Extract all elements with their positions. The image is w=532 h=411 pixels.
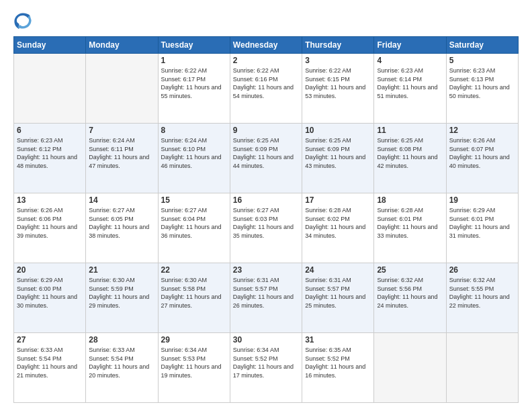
calendar-cell: 13Sunrise: 6:26 AMSunset: 6:06 PMDayligh…: [14, 193, 86, 263]
day-info: Sunrise: 6:30 AMSunset: 5:58 PMDaylight:…: [161, 276, 227, 310]
day-number: 10: [305, 126, 371, 135]
day-number: 29: [161, 335, 227, 345]
day-info: Sunrise: 6:26 AMSunset: 6:07 PMDaylight:…: [449, 136, 515, 170]
calendar-cell: 9Sunrise: 6:25 AMSunset: 6:09 PMDaylight…: [230, 124, 302, 193]
day-info: Sunrise: 6:25 AMSunset: 6:08 PMDaylight:…: [377, 136, 443, 170]
day-number: 26: [449, 265, 515, 275]
day-info: Sunrise: 6:35 AMSunset: 5:52 PMDaylight:…: [305, 346, 371, 379]
calendar-cell: 12Sunrise: 6:26 AMSunset: 6:07 PMDayligh…: [446, 124, 518, 193]
day-number: 9: [233, 126, 299, 135]
header: [13, 11, 519, 30]
day-number: 12: [449, 126, 515, 135]
day-number: 7: [89, 126, 154, 135]
weekday-header: Monday: [86, 37, 158, 54]
calendar-cell: 11Sunrise: 6:25 AMSunset: 6:08 PMDayligh…: [374, 124, 446, 193]
day-number: 13: [17, 195, 83, 205]
day-info: Sunrise: 6:28 AMSunset: 6:01 PMDaylight:…: [377, 206, 443, 240]
day-info: Sunrise: 6:26 AMSunset: 6:06 PMDaylight:…: [17, 206, 83, 240]
day-number: 25: [377, 265, 443, 275]
calendar-cell: 19Sunrise: 6:29 AMSunset: 6:01 PMDayligh…: [446, 193, 518, 263]
calendar-cell: 7Sunrise: 6:24 AMSunset: 6:11 PMDaylight…: [86, 124, 158, 193]
calendar-cell: 14Sunrise: 6:27 AMSunset: 6:05 PMDayligh…: [86, 193, 158, 263]
calendar-cell: 26Sunrise: 6:32 AMSunset: 5:55 PMDayligh…: [446, 263, 518, 333]
calendar-cell: [446, 333, 518, 403]
day-info: Sunrise: 6:22 AMSunset: 6:16 PMDaylight:…: [233, 66, 299, 100]
day-number: 1: [161, 56, 227, 65]
day-info: Sunrise: 6:28 AMSunset: 6:02 PMDaylight:…: [305, 206, 371, 240]
day-info: Sunrise: 6:29 AMSunset: 6:01 PMDaylight:…: [449, 206, 515, 240]
day-info: Sunrise: 6:32 AMSunset: 5:55 PMDaylight:…: [449, 276, 515, 310]
day-info: Sunrise: 6:23 AMSunset: 6:12 PMDaylight:…: [17, 136, 83, 170]
calendar-cell: 18Sunrise: 6:28 AMSunset: 6:01 PMDayligh…: [374, 193, 446, 263]
calendar-week-row: 20Sunrise: 6:29 AMSunset: 6:00 PMDayligh…: [14, 263, 519, 333]
calendar-week-row: 6Sunrise: 6:23 AMSunset: 6:12 PMDaylight…: [14, 124, 519, 193]
calendar-cell: 29Sunrise: 6:34 AMSunset: 5:53 PMDayligh…: [158, 333, 230, 403]
day-info: Sunrise: 6:31 AMSunset: 5:57 PMDaylight:…: [233, 276, 299, 310]
day-number: 14: [89, 195, 154, 205]
calendar-cell: 20Sunrise: 6:29 AMSunset: 6:00 PMDayligh…: [14, 263, 86, 333]
day-info: Sunrise: 6:23 AMSunset: 6:14 PMDaylight:…: [377, 66, 443, 100]
day-info: Sunrise: 6:24 AMSunset: 6:11 PMDaylight:…: [89, 136, 154, 170]
day-number: 31: [305, 335, 371, 345]
calendar-cell: [374, 333, 446, 403]
calendar-cell: 8Sunrise: 6:24 AMSunset: 6:10 PMDaylight…: [158, 124, 230, 193]
calendar-cell: 1Sunrise: 6:22 AMSunset: 6:17 PMDaylight…: [158, 54, 230, 124]
calendar-cell: 6Sunrise: 6:23 AMSunset: 6:12 PMDaylight…: [14, 124, 86, 193]
day-number: 15: [161, 195, 227, 205]
calendar-cell: 22Sunrise: 6:30 AMSunset: 5:58 PMDayligh…: [158, 263, 230, 333]
day-number: 11: [377, 126, 443, 135]
calendar-cell: 27Sunrise: 6:33 AMSunset: 5:54 PMDayligh…: [14, 333, 86, 403]
day-info: Sunrise: 6:24 AMSunset: 6:10 PMDaylight:…: [161, 136, 227, 170]
day-number: 16: [233, 195, 299, 205]
day-info: Sunrise: 6:27 AMSunset: 6:03 PMDaylight:…: [233, 206, 299, 240]
day-info: Sunrise: 6:34 AMSunset: 5:52 PMDaylight:…: [233, 346, 299, 379]
calendar-week-row: 27Sunrise: 6:33 AMSunset: 5:54 PMDayligh…: [14, 333, 519, 403]
day-number: 19: [449, 195, 515, 205]
calendar-cell: 31Sunrise: 6:35 AMSunset: 5:52 PMDayligh…: [302, 333, 374, 403]
calendar-cell: 21Sunrise: 6:30 AMSunset: 5:59 PMDayligh…: [86, 263, 158, 333]
day-number: 3: [305, 56, 371, 65]
page: SundayMondayTuesdayWednesdayThursdayFrid…: [0, 0, 532, 411]
calendar: SundayMondayTuesdayWednesdayThursdayFrid…: [13, 36, 519, 403]
calendar-header-row: SundayMondayTuesdayWednesdayThursdayFrid…: [14, 37, 519, 54]
day-info: Sunrise: 6:25 AMSunset: 6:09 PMDaylight:…: [233, 136, 299, 170]
day-info: Sunrise: 6:22 AMSunset: 6:15 PMDaylight:…: [305, 66, 371, 100]
weekday-header: Tuesday: [158, 37, 230, 54]
calendar-cell: 28Sunrise: 6:33 AMSunset: 5:54 PMDayligh…: [86, 333, 158, 403]
day-info: Sunrise: 6:29 AMSunset: 6:00 PMDaylight:…: [17, 276, 83, 310]
day-info: Sunrise: 6:22 AMSunset: 6:17 PMDaylight:…: [161, 66, 227, 100]
day-info: Sunrise: 6:32 AMSunset: 5:56 PMDaylight:…: [377, 276, 443, 310]
day-number: 18: [377, 195, 443, 205]
calendar-cell: 23Sunrise: 6:31 AMSunset: 5:57 PMDayligh…: [230, 263, 302, 333]
day-number: 24: [305, 265, 371, 275]
calendar-cell: 17Sunrise: 6:28 AMSunset: 6:02 PMDayligh…: [302, 193, 374, 263]
calendar-cell: 3Sunrise: 6:22 AMSunset: 6:15 PMDaylight…: [302, 54, 374, 124]
calendar-cell: [86, 54, 158, 124]
day-info: Sunrise: 6:33 AMSunset: 5:54 PMDaylight:…: [89, 346, 154, 379]
calendar-cell: 30Sunrise: 6:34 AMSunset: 5:52 PMDayligh…: [230, 333, 302, 403]
day-number: 28: [89, 335, 154, 345]
logo-icon: [13, 11, 32, 30]
calendar-cell: 10Sunrise: 6:25 AMSunset: 6:09 PMDayligh…: [302, 124, 374, 193]
day-info: Sunrise: 6:34 AMSunset: 5:53 PMDaylight:…: [161, 346, 227, 379]
day-info: Sunrise: 6:27 AMSunset: 6:04 PMDaylight:…: [161, 206, 227, 240]
day-number: 21: [89, 265, 154, 275]
calendar-cell: 25Sunrise: 6:32 AMSunset: 5:56 PMDayligh…: [374, 263, 446, 333]
calendar-cell: [14, 54, 86, 124]
day-number: 27: [17, 335, 83, 345]
calendar-cell: 24Sunrise: 6:31 AMSunset: 5:57 PMDayligh…: [302, 263, 374, 333]
weekday-header: Sunday: [14, 37, 86, 54]
weekday-header: Thursday: [302, 37, 374, 54]
day-number: 6: [17, 126, 83, 135]
day-number: 4: [377, 56, 443, 65]
calendar-cell: 15Sunrise: 6:27 AMSunset: 6:04 PMDayligh…: [158, 193, 230, 263]
weekday-header: Friday: [374, 37, 446, 54]
day-info: Sunrise: 6:30 AMSunset: 5:59 PMDaylight:…: [89, 276, 154, 310]
calendar-cell: 5Sunrise: 6:23 AMSunset: 6:13 PMDaylight…: [446, 54, 518, 124]
day-info: Sunrise: 6:27 AMSunset: 6:05 PMDaylight:…: [89, 206, 154, 240]
calendar-week-row: 1Sunrise: 6:22 AMSunset: 6:17 PMDaylight…: [14, 54, 519, 124]
weekday-header: Saturday: [446, 37, 518, 54]
day-info: Sunrise: 6:33 AMSunset: 5:54 PMDaylight:…: [17, 346, 83, 379]
calendar-cell: 16Sunrise: 6:27 AMSunset: 6:03 PMDayligh…: [230, 193, 302, 263]
calendar-cell: 4Sunrise: 6:23 AMSunset: 6:14 PMDaylight…: [374, 54, 446, 124]
